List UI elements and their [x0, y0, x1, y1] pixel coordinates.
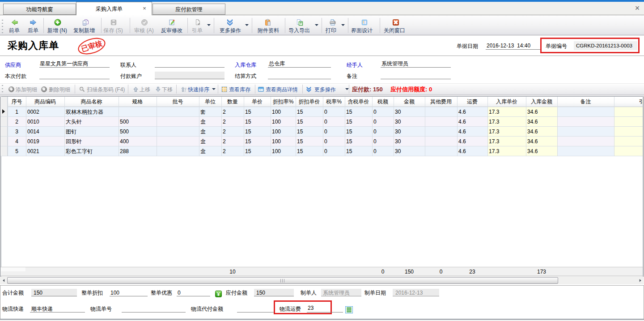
svg-text:已审核: 已审核 [80, 39, 103, 53]
svg-text:¥: ¥ [217, 291, 220, 297]
